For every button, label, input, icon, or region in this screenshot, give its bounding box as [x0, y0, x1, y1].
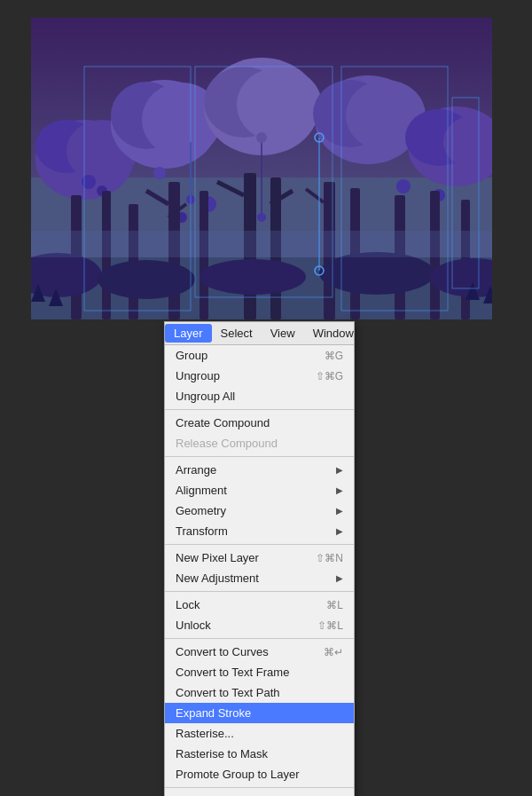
menu-item-release-compound: Release Compound: [165, 433, 354, 453]
menu-item-lock-label: Lock: [176, 598, 200, 611]
menu-item-ungroup-label: Ungroup: [176, 369, 220, 382]
menu-item-arrange[interactable]: Arrange ▶: [165, 460, 354, 480]
menu-item-group-shortcut: ⌘G: [325, 350, 343, 362]
menu-item-ungroup-all-label: Ungroup All: [176, 390, 235, 403]
svg-point-50: [98, 260, 195, 299]
menu-item-group[interactable]: Group ⌘G: [165, 345, 354, 366]
menu-item-new-pixel-layer-label: New Pixel Layer: [176, 551, 259, 564]
menu-bar-view[interactable]: View: [262, 324, 304, 343]
divider-4: [165, 591, 354, 592]
forest-illustration: [31, 18, 492, 319]
svg-point-21: [153, 167, 166, 179]
menu-item-unlock-shortcut: ⇧⌘L: [317, 619, 343, 632]
menu-item-new-pixel-layer-shortcut: ⇧⌘N: [316, 552, 343, 564]
menu-item-convert-curves-shortcut: ⌘↵: [324, 646, 343, 658]
svg-point-51: [200, 259, 306, 295]
menu-item-promote-group-label: Promote Group to Layer: [176, 768, 299, 781]
svg-point-30: [256, 132, 267, 143]
menu-item-arrange-label: Arrange: [176, 463, 216, 477]
svg-rect-58: [31, 231, 492, 257]
menu-item-ungroup-all[interactable]: Ungroup All: [165, 386, 354, 406]
menu-item-ungroup-shortcut: ⇧⌘G: [316, 370, 343, 382]
menu-item-lock[interactable]: Lock ⌘L: [165, 595, 354, 615]
menu-item-new-pixel-layer[interactable]: New Pixel Layer ⇧⌘N: [165, 548, 354, 568]
menu-bar-layer[interactable]: Layer: [165, 324, 212, 343]
canvas-area: [31, 18, 492, 319]
menu-item-transform[interactable]: Transform ▶: [165, 521, 354, 541]
svg-point-19: [82, 175, 96, 189]
menu-item-rasterise-mask[interactable]: Rasterise to Mask: [165, 744, 354, 764]
menu-item-alignment[interactable]: Alignment ▶: [165, 480, 354, 500]
menu-item-new-adjustment-label: New Adjustment: [176, 571, 259, 585]
menu-item-new-adjustment[interactable]: New Adjustment ▶: [165, 568, 354, 588]
menu-item-convert-text-frame-label: Convert to Text Frame: [176, 666, 289, 679]
menu-item-convert-curves[interactable]: Convert to Curves ⌘↵: [165, 642, 354, 662]
menu-bar-window[interactable]: Window: [304, 324, 363, 343]
menu-item-create-compound-label: Create Compound: [176, 416, 270, 430]
menu-item-expand-stroke-label: Expand Stroke: [176, 706, 251, 720]
svg-point-24: [396, 179, 411, 193]
menu-item-convert-curves-label: Convert to Curves: [176, 645, 269, 658]
menu-item-fill-mode[interactable]: Fill Mode ▶: [165, 791, 354, 796]
menu-item-lock-shortcut: ⌘L: [326, 599, 343, 611]
menu-item-promote-group[interactable]: Promote Group to Layer: [165, 764, 354, 784]
menu-item-ungroup[interactable]: Ungroup ⇧⌘G: [165, 366, 354, 386]
menu-item-rasterise-label: Rasterise...: [176, 727, 234, 740]
menu-item-release-compound-label: Release Compound: [176, 437, 278, 450]
menu-item-unlock[interactable]: Unlock ⇧⌘L: [165, 615, 354, 635]
menu-item-unlock-label: Unlock: [176, 619, 211, 632]
divider-3: [165, 544, 354, 545]
transform-arrow-icon: ▶: [336, 526, 343, 536]
menu-item-geometry[interactable]: Geometry ▶: [165, 500, 354, 521]
menu-item-rasterise[interactable]: Rasterise...: [165, 723, 354, 744]
divider-6: [165, 787, 354, 788]
svg-point-12: [237, 67, 322, 142]
menu-item-transform-label: Transform: [176, 524, 228, 538]
menu-item-convert-text-frame[interactable]: Convert to Text Frame: [165, 662, 354, 682]
menu-item-convert-text-path[interactable]: Convert to Text Path: [165, 682, 354, 703]
alignment-arrow-icon: ▶: [336, 485, 343, 495]
menu-bar-select[interactable]: Select: [212, 324, 262, 343]
divider-2: [165, 456, 354, 457]
menu-item-expand-stroke[interactable]: Expand Stroke: [165, 703, 354, 723]
context-menu: Layer Select View Window Group ⌘G Ungrou…: [164, 321, 355, 796]
menu-item-geometry-label: Geometry: [176, 504, 226, 517]
menu-bar: Layer Select View Window: [165, 322, 354, 345]
menu-item-convert-text-path-label: Convert to Text Path: [176, 686, 280, 699]
menu-item-rasterise-mask-label: Rasterise to Mask: [176, 747, 268, 761]
arrange-arrow-icon: ▶: [336, 465, 343, 475]
divider-1: [165, 409, 354, 410]
menu-item-group-label: Group: [176, 349, 207, 362]
geometry-arrow-icon: ▶: [336, 506, 343, 516]
svg-point-52: [319, 252, 434, 295]
divider-5: [165, 638, 354, 639]
menu-item-create-compound[interactable]: Create Compound: [165, 413, 354, 433]
svg-point-31: [257, 213, 266, 222]
menu-item-alignment-label: Alignment: [176, 484, 227, 497]
new-adjustment-arrow-icon: ▶: [336, 573, 343, 583]
